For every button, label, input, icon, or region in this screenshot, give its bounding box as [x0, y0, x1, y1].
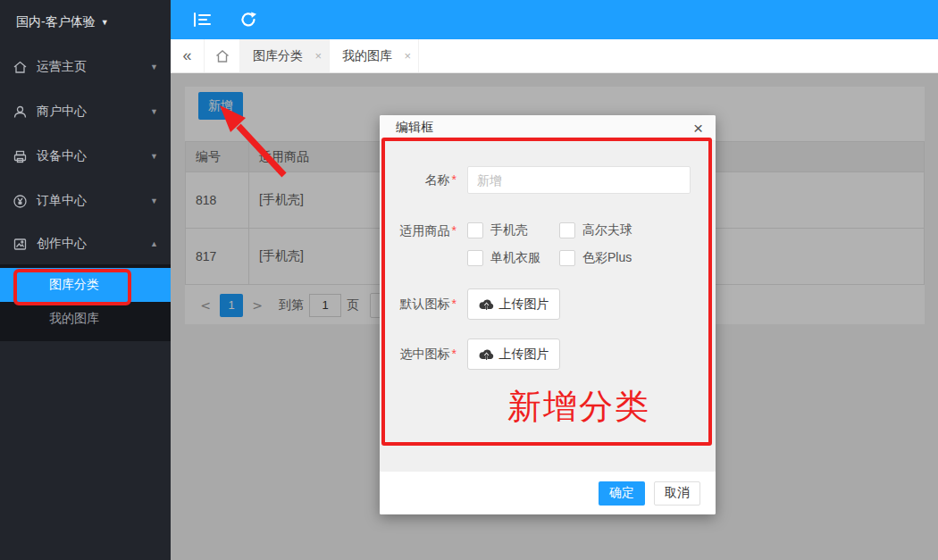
products-label: 适用商品*	[380, 222, 456, 266]
submenu-item-label: 图库分类	[49, 277, 99, 293]
default-icon-field-row: 默认图标* 上传图片	[380, 288, 716, 320]
checkbox-golf-ball[interactable]: 高尔夫球	[559, 222, 632, 238]
close-tab-icon[interactable]: ×	[404, 49, 411, 63]
caret-down-icon: ▼	[150, 152, 158, 161]
ok-button[interactable]: 确定	[599, 481, 645, 506]
tab-label: 图库分类	[253, 48, 311, 64]
sidebar-item-device-center[interactable]: 设备中心 ▼	[0, 134, 171, 179]
create-icon	[13, 237, 28, 252]
required-mark: *	[452, 297, 456, 311]
checkbox-phone-case[interactable]: 手机壳	[467, 222, 559, 238]
cancel-button[interactable]: 取消	[654, 481, 700, 506]
app-window: 国内-客户体验 ▼ 运营主页 ▼ 商户中心 ▼ 设备中心 ▼	[0, 0, 938, 560]
sidebar-item-label: 商户中心	[37, 104, 150, 120]
dialog-body: 名称* 适用商品* 手机壳 高尔夫球	[380, 141, 716, 471]
required-mark: *	[452, 172, 456, 187]
merchant-icon	[13, 104, 28, 120]
org-label: 国内-客户体验	[16, 14, 96, 30]
checkbox-color-plus[interactable]: 色彩Plus	[559, 250, 632, 266]
device-icon	[13, 149, 28, 164]
caret-up-icon: ▲	[150, 239, 158, 248]
cloud-upload-icon	[479, 348, 494, 360]
products-field-row: 适用商品* 手机壳 高尔夫球	[380, 222, 716, 266]
upload-default-icon-button[interactable]: 上传图片	[467, 288, 560, 320]
tab-gallery-category[interactable]: 图库分类 ×	[240, 39, 330, 72]
checkbox-box[interactable]	[559, 222, 575, 238]
close-dialog-icon[interactable]: ×	[693, 120, 703, 137]
org-switcher[interactable]: 国内-客户体验 ▼	[0, 0, 171, 45]
checkbox-box[interactable]	[467, 222, 483, 238]
caret-down-icon: ▼	[150, 196, 158, 205]
upload-button-label: 上传图片	[499, 297, 549, 313]
tab-my-gallery[interactable]: 我的图库 ×	[330, 39, 419, 72]
sidebar-item-order-center[interactable]: 订单中心 ▼	[0, 179, 171, 223]
name-input[interactable]	[467, 166, 691, 194]
dialog-title: 编辑框	[396, 120, 693, 136]
name-label: 名称*	[380, 166, 456, 194]
caret-down-icon: ▼	[150, 107, 158, 116]
topbar	[171, 0, 938, 39]
sidebar-item-label: 创作中心	[37, 236, 150, 252]
checkbox-box[interactable]	[559, 250, 575, 266]
checkbox-box[interactable]	[467, 250, 483, 266]
sidebar: 国内-客户体验 ▼ 运营主页 ▼ 商户中心 ▼ 设备中心 ▼	[0, 0, 171, 560]
home-icon	[214, 48, 230, 64]
upload-button-label: 上传图片	[499, 347, 549, 363]
caret-down-icon: ▼	[101, 18, 109, 27]
order-icon	[13, 194, 28, 209]
checkbox-label: 手机壳	[490, 222, 528, 238]
checkbox-single-clothes[interactable]: 单机衣服	[467, 250, 559, 266]
collapse-glyph: «	[182, 46, 191, 65]
sidebar-item-creation-center[interactable]: 创作中心 ▲	[0, 223, 171, 264]
checkbox-label: 单机衣服	[490, 250, 540, 266]
submenu-item-label: 我的图库	[49, 311, 99, 327]
checkbox-label: 色彩Plus	[582, 250, 632, 266]
required-mark: *	[452, 347, 456, 361]
tab-label: 我的图库	[342, 48, 400, 64]
sidebar-item-label: 运营主页	[37, 59, 150, 75]
cloud-upload-icon	[479, 298, 494, 310]
home-icon	[13, 60, 28, 75]
selected-icon-label: 选中图标*	[380, 339, 456, 370]
collapse-sidebar-icon[interactable]	[192, 11, 212, 29]
home-tab[interactable]	[205, 39, 240, 72]
upload-selected-icon-button[interactable]: 上传图片	[467, 339, 560, 370]
dialog-footer: 确定 取消	[380, 471, 716, 514]
sidebar-item-label: 设备中心	[37, 148, 150, 164]
sidebar-item-merchant-center[interactable]: 商户中心 ▼	[0, 89, 171, 134]
refresh-icon[interactable]	[239, 11, 258, 29]
dialog-header: 编辑框 ×	[380, 115, 716, 141]
sidebar-item-label: 订单中心	[37, 193, 150, 209]
name-field-row: 名称*	[380, 166, 716, 194]
sidebar-submenu: 图库分类 我的图库	[0, 264, 171, 341]
sidebar-item-operations-home[interactable]: 运营主页 ▼	[0, 45, 171, 89]
tabbar: « 图库分类 × 我的图库 ×	[171, 39, 938, 73]
sidebar-item-my-gallery[interactable]: 我的图库	[0, 302, 171, 336]
default-icon-label: 默认图标*	[380, 288, 456, 320]
sidebar-item-gallery-category[interactable]: 图库分类	[0, 268, 171, 302]
required-mark: *	[452, 223, 456, 238]
selected-icon-field-row: 选中图标* 上传图片	[380, 339, 716, 370]
collapse-tabs-icon[interactable]: «	[171, 39, 205, 72]
edit-dialog: 编辑框 × 名称* 适用商品* 手机壳	[380, 115, 716, 514]
checkbox-label: 高尔夫球	[582, 222, 632, 238]
caret-down-icon: ▼	[150, 63, 158, 71]
close-tab-icon[interactable]: ×	[314, 49, 322, 63]
